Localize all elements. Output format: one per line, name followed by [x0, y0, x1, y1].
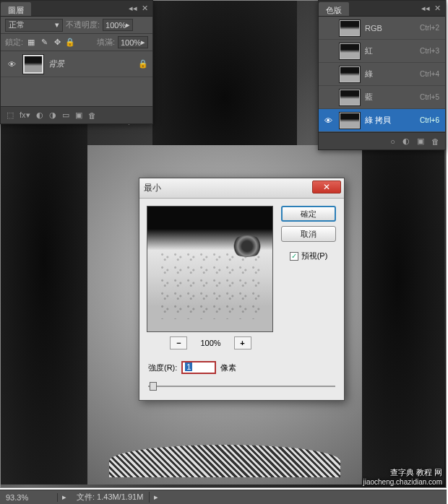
chevron-down-icon: ▾	[55, 20, 59, 30]
channel-row-green-copy[interactable]: 👁 綠 拷貝 Ctrl+6	[319, 109, 445, 132]
layer-name[interactable]: 背景	[48, 58, 138, 69]
zoom-value: 100%	[200, 339, 220, 347]
collapse-icon[interactable]: ◂◂	[128, 4, 138, 13]
preview-image	[160, 251, 259, 319]
delete-channel-icon[interactable]: 🗑	[431, 137, 439, 146]
status-bar: 93.3% ▸ 文件: 1.43M/1.91M ▸	[0, 490, 447, 504]
blend-mode-value: 正常	[9, 19, 25, 30]
channel-name: 藍	[365, 92, 420, 103]
close-icon[interactable]: ✕	[432, 4, 442, 13]
channel-thumbnail	[339, 66, 361, 83]
close-icon[interactable]: ✕	[139, 4, 150, 13]
lock-fill-row: 鎖定: ▦ ✎ ✥ 🔒 填滿: 100% ▸	[1, 34, 152, 51]
slider-thumb[interactable]	[150, 382, 157, 391]
lock-position-icon[interactable]: ✥	[52, 38, 62, 48]
adjustment-layer-icon[interactable]: ◑	[49, 110, 56, 120]
layer-row[interactable]: 👁 背景 🔒	[1, 51, 152, 77]
dialog-body: − 100% + 確定 取消 ✓ 預視(P)	[139, 199, 344, 357]
lock-transparent-icon[interactable]: ▦	[26, 38, 36, 48]
dialog-titlebar[interactable]: 最小 ✕	[139, 178, 344, 199]
new-channel-icon[interactable]: ▣	[417, 136, 424, 146]
fill-label: 填滿:	[97, 37, 115, 48]
group-icon[interactable]: ▭	[62, 110, 69, 120]
channel-name: 綠 拷貝	[365, 115, 420, 126]
fill-input[interactable]: 100% ▸	[118, 36, 148, 48]
chevron-down-icon: ▸	[126, 20, 130, 30]
preview-checkbox-row: ✓ 預視(P)	[290, 251, 328, 261]
radius-input[interactable]: 1	[181, 361, 216, 374]
button-column: 確定 取消 ✓ 預視(P)	[280, 206, 337, 349]
channel-row-red[interactable]: 紅 Ctrl+3	[319, 40, 445, 63]
radius-slider-row	[139, 378, 344, 400]
tab-layers[interactable]: 圖層	[1, 2, 31, 16]
new-layer-icon[interactable]: ▣	[75, 110, 82, 120]
collapse-icon[interactable]: ◂◂	[421, 4, 431, 13]
panel-tabs: 圖層 ◂◂ ✕	[1, 1, 152, 17]
filter-preview[interactable]	[147, 206, 273, 332]
radius-value: 1	[185, 362, 192, 371]
save-selection-icon[interactable]: ◐	[402, 136, 410, 146]
channel-shortcut: Ctrl+2	[420, 24, 439, 32]
layer-thumbnail[interactable]	[22, 54, 44, 74]
visibility-toggle[interactable]: 👁	[322, 116, 335, 125]
preview-checkbox-label: 預視(P)	[301, 251, 328, 261]
channel-row-blue[interactable]: 藍 Ctrl+5	[319, 86, 445, 109]
zoom-controls: − 100% +	[147, 336, 275, 349]
channels-footer: ○ ◐ ▣ 🗑	[319, 132, 445, 149]
channel-name: 紅	[365, 45, 420, 56]
radius-unit: 像素	[220, 362, 236, 373]
link-layers-icon[interactable]: ⬚	[7, 110, 14, 120]
channel-name: 綠	[365, 69, 420, 79]
tab-channels[interactable]: 色版	[319, 2, 349, 16]
channels-panel: 色版 ◂◂ ✕ RGB Ctrl+2 紅 Ctrl+3 綠 Ctrl+4 藍 C…	[318, 0, 446, 150]
fill-value: 100%	[121, 38, 141, 47]
layer-empty-area	[1, 77, 152, 106]
status-arrow-icon[interactable]: ▸	[58, 492, 71, 502]
preview-checkbox[interactable]: ✓	[290, 252, 298, 261]
channel-shortcut: Ctrl+5	[420, 93, 439, 101]
status-menu-icon[interactable]: ▸	[150, 492, 163, 502]
ok-button[interactable]: 確定	[281, 206, 336, 222]
opacity-label: 不透明度:	[66, 19, 100, 30]
channel-row-rgb[interactable]: RGB Ctrl+2	[319, 17, 445, 40]
delete-layer-icon[interactable]: 🗑	[88, 111, 96, 120]
blend-opacity-row: 正常 ▾ 不透明度: 100% ▸	[1, 17, 152, 34]
radius-label: 強度(R):	[148, 362, 177, 373]
lock-pixels-icon[interactable]: ✎	[39, 38, 49, 48]
status-zoom[interactable]: 93.3%	[0, 493, 58, 502]
channel-shortcut: Ctrl+6	[420, 116, 439, 124]
minimum-filter-dialog: 最小 ✕ − 100% + 確定 取消 ✓ 預視(P) 強度(R): 1	[139, 178, 345, 401]
panel-tabs: 色版 ◂◂ ✕	[319, 1, 445, 17]
channel-thumbnail	[339, 89, 361, 106]
chevron-down-icon: ▸	[141, 38, 145, 47]
radius-slider[interactable]	[148, 381, 335, 391]
zoom-out-button[interactable]: −	[170, 336, 187, 349]
blend-mode-select[interactable]: 正常 ▾	[5, 19, 63, 32]
watermark-line2: jiaocheng.chazidian.com	[363, 477, 442, 487]
panel-controls: ◂◂ ✕	[421, 1, 445, 16]
status-doc-size[interactable]: 文件: 1.43M/1.91M	[71, 492, 150, 503]
preview-column: − 100% +	[147, 206, 275, 349]
visibility-toggle[interactable]: 👁	[5, 60, 18, 69]
cancel-button[interactable]: 取消	[281, 226, 336, 242]
channel-thumbnail	[339, 43, 361, 60]
channel-row-green[interactable]: 綠 Ctrl+4	[319, 63, 445, 86]
channel-thumbnail	[339, 112, 361, 129]
layer-mask-icon[interactable]: ◐	[36, 110, 43, 120]
panel-controls: ◂◂ ✕	[128, 1, 152, 16]
close-button[interactable]: ✕	[312, 181, 341, 194]
image-region	[109, 445, 340, 477]
opacity-input[interactable]: 100% ▸	[103, 19, 133, 31]
site-watermark: 查字典 教程 网 jiaocheng.chazidian.com	[363, 467, 442, 487]
lock-icons: ▦ ✎ ✥ 🔒	[26, 38, 75, 48]
slider-track	[148, 386, 335, 387]
zoom-in-button[interactable]: +	[234, 336, 251, 349]
channel-name: RGB	[365, 24, 420, 32]
lock-all-icon[interactable]: 🔒	[65, 38, 75, 48]
channel-thumbnail	[339, 19, 361, 37]
lock-label: 鎖定:	[5, 37, 23, 48]
load-selection-icon[interactable]: ○	[390, 137, 395, 146]
layer-fx-icon[interactable]: fx▾	[20, 110, 30, 120]
opacity-value: 100%	[105, 21, 126, 30]
radius-row: 強度(R): 1 像素	[139, 357, 344, 378]
